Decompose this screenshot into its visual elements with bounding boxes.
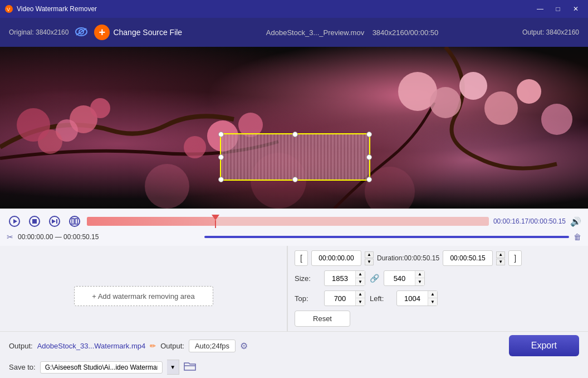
height-up[interactable]: ▲: [415, 271, 424, 278]
svg-marker-23: [13, 219, 17, 224]
handle-mid-left[interactable]: [218, 154, 224, 160]
height-down[interactable]: ▼: [415, 278, 424, 285]
toolbar-center: AdobeStock_3..._Preview.mov 3840x2160/00…: [193, 28, 511, 37]
size-label: Size:: [295, 274, 320, 283]
volume-icon[interactable]: 🔊: [570, 216, 581, 227]
open-folder-button[interactable]: [184, 361, 196, 374]
height-input-group: ▲ ▼: [384, 270, 425, 286]
left-spinners: ▲ ▼: [428, 291, 437, 306]
change-source-button[interactable]: + Change Source File: [94, 25, 182, 40]
eye-icon[interactable]: [75, 27, 87, 38]
save-path-input[interactable]: [40, 361, 163, 374]
step-forward-button[interactable]: [47, 214, 62, 229]
marker-line: [215, 220, 216, 228]
delete-clip-button[interactable]: 🗑: [574, 232, 581, 241]
bottom-panel: + Add watermark removing area [ ▲ ▼ Dura…: [0, 246, 588, 331]
top-up[interactable]: ▲: [356, 291, 365, 298]
start-time-input[interactable]: [311, 250, 361, 266]
output-setting-value: Auto;24fps: [189, 340, 236, 352]
handle-bottom-center[interactable]: [292, 177, 298, 182]
top-input-group: ▲ ▼: [324, 290, 365, 306]
height-spinners: ▲ ▼: [415, 271, 424, 285]
filename-label: AdobeStock_3..._Preview.mov: [266, 28, 364, 37]
scissors-icon: ✂: [7, 232, 13, 241]
width-down[interactable]: ▼: [356, 278, 365, 285]
footer-top: Output: AdobeStock_33...Watermark.mp4 ✏ …: [0, 332, 588, 356]
footer-bottom: Save to: ▼: [0, 356, 588, 378]
export-button[interactable]: Export: [509, 335, 579, 356]
handle-mid-right[interactable]: [366, 154, 372, 160]
title-bar: V Video Watermark Remover — □ ✕: [0, 0, 588, 18]
width-up[interactable]: ▲: [356, 271, 365, 278]
handle-top-right[interactable]: [366, 132, 372, 137]
controls-area: 00:00:16.17/00:00:50.15 🔊 ✂ 00:00:00.00 …: [0, 209, 588, 246]
reset-button[interactable]: Reset: [295, 311, 350, 327]
playback-row: 00:00:16.17/00:00:50.15 🔊: [7, 214, 581, 229]
plus-icon: +: [94, 25, 110, 40]
svg-text:V: V: [7, 7, 10, 12]
svg-marker-27: [52, 219, 56, 224]
settings-gear-button[interactable]: ⚙: [240, 341, 248, 351]
play-button[interactable]: [7, 214, 22, 229]
size-row: Size: ▲ ▼ 🔗 ▲ ▼: [295, 270, 581, 286]
start-time-up[interactable]: ▲: [365, 251, 374, 258]
footer: Output: AdobeStock_33...Watermark.mp4 ✏ …: [0, 331, 588, 378]
end-time-input[interactable]: [443, 250, 493, 266]
main-container: Original: 3840x2160 + Change Source File…: [0, 18, 588, 378]
toolbar: Original: 3840x2160 + Change Source File…: [0, 18, 588, 47]
video-background: [0, 47, 588, 209]
progress-marker: [212, 215, 219, 228]
clip-time-range: 00:00:00.00 — 00:00:50.15: [18, 233, 200, 241]
end-bracket-button[interactable]: ]: [508, 250, 522, 266]
clip-trim-row: ✂ 00:00:00.00 — 00:00:50.15 🗑: [7, 232, 581, 241]
change-source-label: Change Source File: [113, 28, 182, 37]
left-down[interactable]: ▼: [428, 298, 437, 306]
app-icon: V: [4, 4, 13, 13]
close-button[interactable]: ✕: [568, 3, 584, 14]
output-label-2: Output:: [160, 342, 184, 350]
add-watermark-area-button[interactable]: + Add watermark removing area: [74, 286, 213, 306]
svg-rect-28: [56, 219, 57, 224]
svg-rect-30: [72, 219, 74, 224]
left-up[interactable]: ▲: [428, 291, 437, 298]
position-row: Top: ▲ ▼ Left: ▲ ▼: [295, 290, 581, 306]
watermark-fill: [221, 134, 369, 180]
progress-bar-container[interactable]: [87, 217, 489, 226]
svg-rect-31: [75, 219, 77, 224]
width-input[interactable]: [325, 274, 355, 283]
handle-bottom-left[interactable]: [218, 177, 224, 182]
end-time-down[interactable]: ▼: [496, 259, 505, 265]
left-input[interactable]: [397, 294, 428, 303]
add-area-label: + Add watermark removing area: [92, 292, 195, 301]
width-input-group: ▲ ▼: [324, 270, 365, 286]
handle-top-left[interactable]: [218, 132, 224, 137]
handle-bottom-right[interactable]: [366, 177, 372, 182]
start-time-down[interactable]: ▼: [365, 259, 374, 265]
start-bracket-button[interactable]: [: [295, 250, 308, 266]
window-controls: — □ ✕: [532, 3, 584, 14]
end-time-up[interactable]: ▲: [496, 251, 505, 258]
save-path-dropdown[interactable]: ▼: [167, 360, 179, 375]
video-preview-area: [0, 47, 588, 209]
width-spinners: ▲ ▼: [355, 271, 365, 285]
link-icon[interactable]: 🔗: [370, 274, 379, 283]
stop-button[interactable]: [27, 214, 42, 229]
clip-progress-bar: [204, 236, 569, 238]
output-info: Output: 3840x2160: [522, 28, 579, 36]
height-input[interactable]: [384, 274, 415, 283]
time-range-row: [ ▲ ▼ Duration:00:00:50.15 ▲ ▼ ]: [295, 250, 581, 266]
app-title: Video Watermark Remover: [17, 5, 532, 13]
minimize-button[interactable]: —: [532, 3, 548, 14]
maximize-button[interactable]: □: [550, 3, 566, 14]
edit-icon[interactable]: ✏: [150, 342, 156, 350]
end-time-spinner: ▲ ▼: [496, 251, 505, 265]
watermark-selection-box[interactable]: [220, 133, 370, 181]
top-input[interactable]: [325, 294, 355, 303]
svg-rect-25: [32, 219, 37, 224]
top-down[interactable]: ▼: [356, 298, 365, 306]
clip-button[interactable]: [67, 214, 82, 229]
output-label-1: Output:: [9, 342, 33, 350]
handle-top-center[interactable]: [292, 132, 298, 137]
right-panel: [ ▲ ▼ Duration:00:00:50.15 ▲ ▼ ] Size:: [287, 246, 588, 331]
toolbar-left: Original: 3840x2160 + Change Source File: [9, 25, 182, 40]
